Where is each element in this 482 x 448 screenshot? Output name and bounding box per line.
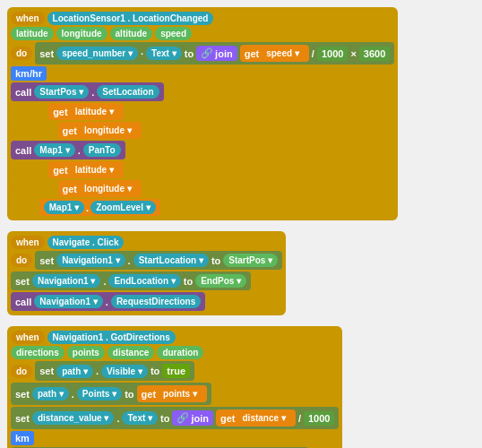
block1: when LocationSensor1 . LocationChanged l…	[7, 7, 398, 220]
block3: when Navigation1 . GotDirections directi…	[7, 326, 342, 448]
block1-when-row: when LocationSensor1 . LocationChanged	[11, 11, 394, 26]
block3-params: directions points distance duration	[11, 345, 339, 360]
block3-container: when Navigation1 . GotDirections directi…	[7, 326, 475, 448]
get-longitude-2[interactable]: get longitude ▾	[58, 180, 142, 197]
gotdirections-event[interactable]: Navigation1 . GotDirections	[47, 331, 176, 344]
get-longitude-1[interactable]: get longitude ▾	[58, 122, 142, 139]
param-points[interactable]: points	[67, 346, 105, 359]
when-label[interactable]: when	[11, 12, 45, 25]
num-1000-1[interactable]: 1000	[317, 47, 348, 61]
get-speed[interactable]: get speed ▾	[240, 45, 309, 62]
param-speed[interactable]: speed	[155, 27, 192, 40]
nav1-pill-3[interactable]: Navigation1 ▾	[34, 295, 102, 308]
distance-var[interactable]: distance ▾	[237, 411, 291, 425]
nav1-pill-1[interactable]: Navigation1 ▾	[56, 254, 125, 267]
param-longitude[interactable]: longitude	[56, 27, 108, 40]
startpos-val[interactable]: StartPos ▾	[223, 254, 278, 267]
get-points[interactable]: get points ▾	[137, 385, 207, 402]
call-startpos-setlocation[interactable]: call StartPos ▾ . SetLocation	[11, 82, 164, 101]
set-path-points[interactable]: set path ▾ . Points ▾ to get points ▾	[11, 383, 211, 405]
panto-lon-row: longitude get longitude ▾	[11, 179, 394, 198]
set-path-visible[interactable]: set path ▾ . Visible ▾ to true	[35, 361, 194, 381]
block3-do-row: do set path ▾ . Visible ▾ to true	[11, 360, 339, 382]
block2-when-row: when Navigate . Click	[11, 235, 282, 250]
speed-number-pill[interactable]: speed_number ▾	[56, 47, 138, 60]
disttext-pill[interactable]: Text ▾	[122, 411, 158, 425]
num-3600[interactable]: 3600	[359, 47, 390, 61]
get-distance[interactable]: get distance ▾	[216, 409, 296, 426]
get-zoomlevel[interactable]: Map1 ▾ . ZoomLevel ▾	[39, 199, 160, 216]
do-label-2: do	[11, 254, 32, 267]
block3-when-row: when Navigation1 . GotDirections	[11, 330, 339, 345]
get-latitude-2[interactable]: get latitude ▾	[48, 161, 124, 178]
param-latitude[interactable]: latitude	[11, 27, 54, 40]
points-pill[interactable]: Points ▾	[77, 387, 122, 401]
when-label-3: when	[11, 331, 45, 344]
call-requestdirections-row: call Navigation1 ▾ . RequestDirections	[11, 291, 282, 312]
setlocation-pill[interactable]: SetLocation	[97, 85, 159, 99]
map1-zoom-pill[interactable]: Map1 ▾	[44, 201, 84, 214]
km-row: km	[11, 430, 339, 446]
block2: when Navigate . Click do set Navigation1…	[7, 231, 286, 315]
points-var[interactable]: points ▾	[158, 387, 202, 401]
param-distance[interactable]: distance	[108, 346, 155, 359]
setlocation-lon-row: longitude get longitude ▾	[11, 121, 394, 140]
block1-container: when LocationSensor1 . LocationChanged l…	[7, 7, 475, 220]
nav1-pill-2[interactable]: Navigation1 ▾	[32, 274, 100, 288]
block2-container: when Navigate . Click do set Navigation1…	[7, 231, 475, 315]
longitude-var-2[interactable]: longitude ▾	[79, 182, 137, 195]
panto-lat-row: latitude get latitude ▾	[11, 160, 394, 179]
set-endlocation[interactable]: set Navigation1 ▾ . EndLocation ▾ to End…	[11, 271, 251, 290]
join-block2[interactable]: 🔗 join	[172, 410, 213, 426]
speed-var[interactable]: speed ▾	[261, 47, 305, 60]
call-panto-row: call Map1 ▾ . PanTo	[11, 140, 394, 160]
longitude-var-1[interactable]: longitude ▾	[79, 124, 137, 137]
startloc-pill[interactable]: StartLocation ▾	[133, 254, 209, 267]
map1-pill-1[interactable]: Map1 ▾	[34, 143, 74, 157]
param-duration[interactable]: duration	[157, 346, 203, 359]
latitude-var-1[interactable]: latitude ▾	[70, 105, 119, 118]
latitude-var-2[interactable]: latitude ▾	[70, 163, 119, 177]
do-label1: do	[11, 47, 32, 60]
join-block1[interactable]: 🔗 join	[196, 46, 237, 61]
set-path-points-row: set path ▾ . Points ▾ to get points ▾	[11, 382, 339, 406]
speed-text-pill[interactable]: Text ▾	[146, 47, 182, 60]
requestdir-pill[interactable]: RequestDirections	[111, 295, 201, 308]
set-speed-block[interactable]: set speed_number ▾ · Text ▾ to 🔗 join ge…	[35, 42, 394, 65]
startpos-pill[interactable]: StartPos ▾	[34, 85, 89, 99]
param-altitude[interactable]: altitude	[110, 27, 153, 40]
call-startpos-row: call StartPos ▾ . SetLocation	[11, 82, 394, 102]
setlocation-lat-row: latitude get latitude ▾	[11, 102, 394, 121]
call-panto[interactable]: call Map1 ▾ . PanTo	[11, 141, 125, 159]
location-sensor-event[interactable]: LocationSensor1 . LocationChanged	[47, 12, 214, 25]
block2-do-row: do set Navigation1 ▾ . StartLocation ▾ t…	[11, 250, 282, 271]
block1-do-label: do set speed_number ▾ · Text ▾ to 🔗 join…	[11, 41, 394, 65]
endloc-pill[interactable]: EndLocation ▾	[108, 274, 180, 288]
panto-zoom-row: zoom Map1 ▾ . ZoomLevel ▾	[11, 198, 394, 217]
distval-pill[interactable]: distance_value ▾	[32, 411, 114, 425]
param-directions[interactable]: directions	[11, 346, 65, 359]
visible-pill-1[interactable]: Visible ▾	[101, 365, 148, 378]
path-pill-1[interactable]: path ▾	[56, 365, 93, 378]
zoomlevel-pill[interactable]: ZoomLevel ▾	[90, 201, 156, 214]
set-distance-row: set distance_value ▾ . Text ▾ to 🔗 join …	[11, 406, 339, 430]
km-str[interactable]: km	[11, 431, 34, 445]
panto-pill[interactable]: PanTo	[83, 143, 121, 157]
endpos-val[interactable]: EndPos ▾	[195, 274, 246, 288]
true-val-1[interactable]: true	[162, 364, 190, 378]
when-label-2: when	[11, 236, 45, 249]
num-1000-2[interactable]: 1000	[304, 411, 334, 426]
kmhr-row: km/hr	[11, 65, 394, 82]
path-pill-2[interactable]: path ▾	[32, 387, 69, 401]
call-requestdirections[interactable]: call Navigation1 ▾ . RequestDirections	[11, 292, 205, 311]
navigate-click-event[interactable]: Navigate . Click	[47, 236, 125, 249]
get-latitude-1[interactable]: get latitude ▾	[48, 103, 124, 120]
set-distance-value[interactable]: set distance_value ▾ . Text ▾ to 🔗 join …	[11, 407, 339, 429]
do-label-3: do	[11, 365, 32, 378]
set-startlocation[interactable]: set Navigation1 ▾ . StartLocation ▾ to S…	[35, 251, 282, 270]
block1-params: latitude longitude altitude speed	[11, 26, 394, 41]
set-endlocation-row: set Navigation1 ▾ . EndLocation ▾ to End…	[11, 271, 282, 291]
kmhr-str[interactable]: km/hr	[11, 66, 47, 81]
